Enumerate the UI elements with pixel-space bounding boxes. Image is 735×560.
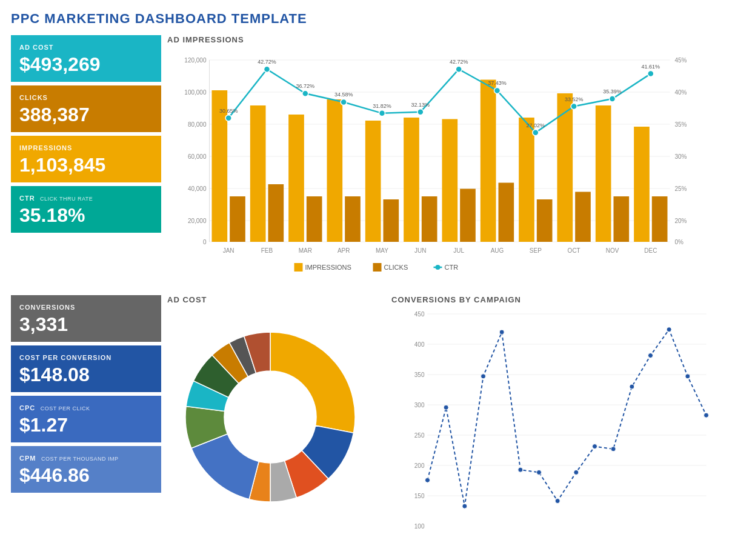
svg-text:CLICKS: CLICKS — [384, 264, 408, 271]
svg-text:30%: 30% — [675, 153, 687, 160]
kpi-impressions: IMPRESSIONS 1,103,845 — [11, 136, 161, 182]
svg-text:100,000: 100,000 — [184, 89, 207, 96]
svg-rect-43 — [575, 192, 591, 242]
svg-text:250: 250 — [414, 432, 425, 439]
cost-per-conv-label: COST PER CONVERSION — [19, 354, 111, 361]
conv-campaign-dots — [425, 327, 709, 508]
ctr-sublabel: CLICK THRU RATE — [40, 196, 93, 202]
cpc-sublabel: COST PER CLICK — [41, 405, 90, 412]
ad-cost-label: AD COST — [19, 44, 54, 51]
svg-rect-29 — [481, 80, 496, 242]
svg-text:0: 0 — [203, 239, 207, 245]
svg-rect-34 — [230, 196, 245, 242]
conv-campaign-area: CONVERSIONS BY CAMPAIGN 450 400 350 300 … — [391, 295, 724, 541]
svg-point-118 — [685, 374, 690, 379]
ad-impressions-title: AD IMPRESSIONS — [167, 35, 724, 44]
svg-rect-32 — [596, 105, 611, 242]
donut-hole — [225, 372, 316, 462]
svg-rect-45 — [652, 196, 668, 242]
top-section: AD COST $493,269 CLICKS 388,387 IMPRESSI… — [11, 35, 724, 287]
svg-text:MAY: MAY — [376, 247, 388, 254]
svg-text:35%: 35% — [675, 121, 687, 128]
svg-text:41.61%: 41.61% — [642, 64, 660, 70]
chart-legend: IMPRESSIONS CLICKS CTR — [294, 263, 459, 272]
impressions-label: IMPRESSIONS — [19, 144, 72, 152]
svg-text:FEB: FEB — [261, 247, 273, 254]
svg-rect-23 — [250, 105, 266, 242]
svg-point-55 — [571, 104, 577, 110]
clicks-value: 388,387 — [19, 104, 153, 126]
cost-per-conv-value: $148.08 — [19, 364, 153, 386]
impressions-chart-svg: 120,000 100,000 80,000 60,000 40,000 20,… — [167, 48, 724, 284]
svg-text:40,000: 40,000 — [188, 185, 207, 192]
svg-rect-30 — [519, 118, 534, 242]
svg-text:CTR: CTR — [445, 264, 459, 271]
svg-point-114 — [611, 447, 616, 452]
svg-point-106 — [462, 504, 467, 508]
svg-text:27.02%: 27.02% — [527, 122, 545, 128]
y-axis-right: 45% 40% 35% 30% 25% 20% 0% — [675, 57, 687, 245]
svg-text:36.72%: 36.72% — [296, 83, 315, 89]
donut-chart-svg — [167, 308, 373, 526]
svg-rect-42 — [537, 199, 553, 242]
ctr-label: CTR — [19, 195, 35, 202]
svg-point-49 — [341, 99, 347, 105]
kpi-cpc: CPC COST PER CLICK $1.27 — [11, 396, 161, 442]
svg-text:42.72%: 42.72% — [258, 59, 276, 65]
svg-rect-26 — [365, 121, 381, 242]
svg-text:0%: 0% — [675, 239, 684, 245]
svg-text:35.39%: 35.39% — [603, 88, 622, 95]
svg-rect-24 — [288, 115, 304, 242]
svg-point-48 — [302, 90, 308, 96]
svg-text:IMPRESSIONS: IMPRESSIONS — [305, 264, 351, 271]
svg-text:32.13%: 32.13% — [411, 102, 430, 108]
kpi-conversions: CONVERSIONS 3,331 — [11, 295, 161, 342]
dashboard-title: PPC MARKETING DASHBOARD TEMPLATE — [11, 11, 724, 27]
svg-text:25%: 25% — [675, 185, 687, 192]
ad-cost-donut-area: AD COST — [167, 295, 385, 541]
svg-rect-33 — [634, 127, 650, 242]
svg-text:400: 400 — [414, 341, 425, 348]
ad-cost-title: AD COST — [167, 295, 385, 304]
svg-rect-82 — [294, 263, 303, 272]
svg-text:42.72%: 42.72% — [450, 59, 468, 65]
kpi-ctr: CTR CLICK THRU RATE 35.18% — [11, 186, 161, 233]
svg-point-115 — [630, 384, 634, 389]
kpi-cost-per-conversion: COST PER CONVERSION $148.08 — [11, 345, 161, 392]
kpi-column-1: AD COST $493,269 CLICKS 388,387 IMPRESSI… — [11, 35, 161, 287]
svg-text:30.65%: 30.65% — [219, 108, 238, 114]
svg-point-46 — [225, 115, 231, 121]
svg-point-112 — [574, 470, 579, 475]
svg-rect-84 — [373, 263, 382, 272]
svg-text:34.58%: 34.58% — [334, 92, 353, 98]
impressions-value: 1,103,845 — [19, 154, 153, 176]
svg-point-119 — [704, 413, 709, 418]
conv-campaign-svg: 450 400 350 300 250 200 150 100 — [391, 308, 724, 538]
svg-text:80,000: 80,000 — [188, 121, 207, 128]
svg-text:JUL: JUL — [453, 247, 464, 254]
clicks-label: CLICKS — [19, 94, 48, 101]
svg-point-109 — [518, 467, 523, 472]
ctr-labels: 30.65%42.72%36.72%34.58%31.82%32.13%42.7… — [219, 59, 660, 128]
svg-point-110 — [537, 470, 542, 475]
svg-rect-37 — [345, 196, 361, 242]
svg-rect-25 — [327, 99, 343, 242]
svg-point-113 — [593, 444, 597, 449]
cpm-sublabel: COST PER THOUSAND IMP — [41, 456, 119, 462]
svg-text:DEC: DEC — [644, 247, 657, 254]
svg-text:150: 150 — [414, 493, 425, 499]
svg-point-50 — [379, 110, 385, 116]
svg-rect-38 — [384, 199, 399, 242]
svg-point-51 — [417, 109, 424, 115]
conv-campaign-line — [428, 330, 707, 506]
svg-rect-40 — [460, 189, 476, 242]
conv-campaign-title: CONVERSIONS BY CAMPAIGN — [391, 295, 724, 304]
svg-text:120,000: 120,000 — [184, 57, 207, 64]
svg-text:300: 300 — [414, 402, 425, 408]
svg-text:31.82%: 31.82% — [373, 103, 391, 109]
svg-point-104 — [425, 478, 430, 482]
svg-text:OCT: OCT — [568, 247, 580, 254]
svg-rect-28 — [442, 119, 458, 242]
ad-impressions-chart-area: AD IMPRESSIONS 120,000 100,000 80,000 60… — [167, 35, 724, 287]
svg-text:APR: APR — [338, 247, 350, 254]
